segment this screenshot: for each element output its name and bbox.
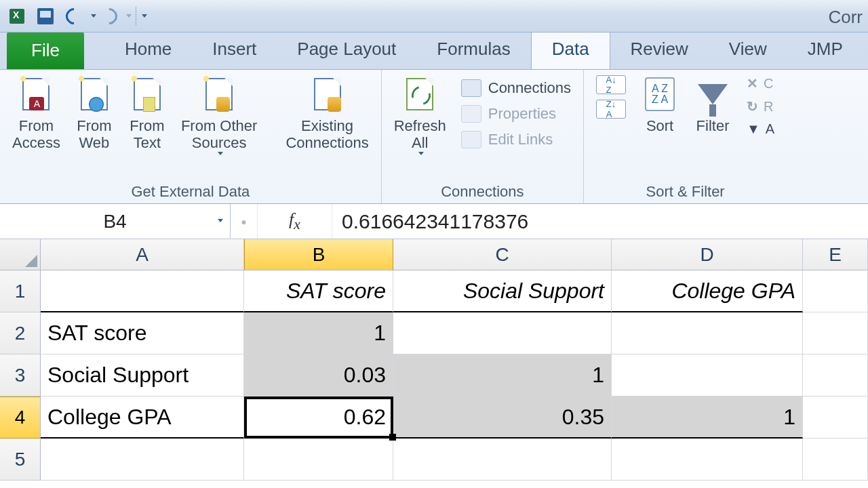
from-other-sources-button[interactable]: From Other Sources [181, 75, 257, 155]
cell-D4[interactable]: 1 [612, 396, 803, 439]
redo-dropdown[interactable] [126, 14, 132, 18]
cell-A3[interactable]: Social Support [41, 354, 244, 396]
col-header-A[interactable]: A [41, 239, 244, 270]
cell-C5[interactable] [393, 439, 612, 481]
edit-links-button: Edit Links [461, 127, 571, 152]
clear-icon: ✕ [747, 75, 758, 92]
col-header-C[interactable]: C [393, 239, 612, 270]
cell-A1[interactable] [41, 270, 244, 312]
cell-E4[interactable] [803, 396, 868, 439]
sort-label: Sort [646, 117, 673, 134]
save-icon [37, 8, 54, 24]
formula-input[interactable]: 0.616642341178376 [332, 204, 868, 239]
tab-formulas[interactable]: Formulas [416, 30, 530, 69]
filter-button[interactable]: Filter [694, 75, 732, 134]
select-all-corner[interactable] [0, 239, 41, 270]
tab-home[interactable]: Home [104, 30, 192, 69]
properties-icon [461, 105, 481, 123]
cell-E2[interactable] [803, 312, 868, 354]
advanced-icon: ▼ [747, 121, 760, 137]
tab-insert[interactable]: Insert [192, 30, 277, 69]
filter-label: Filter [696, 117, 730, 134]
from-access-button[interactable]: A From Access [12, 75, 60, 152]
from-web-button[interactable]: From Web [75, 75, 113, 152]
cell-A2[interactable]: SAT score [41, 312, 244, 354]
col-header-D[interactable]: D [612, 239, 803, 270]
undo-button[interactable] [61, 3, 87, 29]
cell-B2[interactable]: 1 [244, 312, 393, 354]
save-button[interactable] [33, 3, 58, 29]
tab-data[interactable]: Data [531, 30, 610, 69]
undo-icon [62, 5, 85, 28]
name-box[interactable]: B4 [0, 204, 231, 239]
cell-E3[interactable] [803, 354, 868, 396]
cell-B1[interactable]: SAT score [244, 270, 393, 312]
row-header-1[interactable]: 1 [0, 270, 41, 312]
formula-value: 0.616642341178376 [342, 210, 528, 233]
sort-asc-button[interactable]: A↓Z [596, 75, 626, 94]
sort-asc-desc: A↓Z Z↓A [596, 75, 626, 119]
qat-separator [136, 7, 136, 26]
cell-D2[interactable] [612, 312, 803, 354]
qat-customize[interactable] [142, 14, 147, 18]
advanced-button[interactable]: ▼A [747, 121, 774, 137]
group-connections: Refresh All Connections Properties Edit … [382, 70, 584, 203]
from-text-button[interactable]: From Text [128, 75, 166, 152]
row-header-4[interactable]: 4 [0, 396, 41, 439]
undo-dropdown[interactable] [91, 14, 96, 18]
redo-icon [98, 5, 121, 28]
cell-A5[interactable] [41, 439, 244, 481]
cell-C4[interactable]: 0.35 [393, 396, 612, 439]
tab-view[interactable]: View [709, 30, 787, 69]
group-get-external-data: A From Access From Web From Text From Ot… [0, 70, 382, 203]
row-header-2[interactable]: 2 [0, 312, 41, 354]
redo-button[interactable] [96, 3, 122, 29]
tab-jmp[interactable]: JMP [787, 30, 863, 69]
row-header-5[interactable]: 5 [0, 439, 41, 481]
properties-button: Properties [461, 101, 571, 127]
row-header-3[interactable]: 3 [0, 354, 41, 396]
cell-D5[interactable] [612, 439, 803, 481]
cell-C2[interactable] [393, 312, 612, 354]
cell-D1[interactable]: College GPA [612, 270, 803, 312]
cell-A4[interactable]: College GPA [41, 396, 244, 439]
cell-E1[interactable] [803, 270, 868, 312]
tab-review[interactable]: Review [610, 30, 709, 69]
col-header-E[interactable]: E [803, 239, 868, 270]
cell-B4[interactable]: 0.62 [244, 396, 393, 439]
sort-button[interactable]: A ZZ A Sort [641, 75, 679, 134]
fx-label[interactable]: fx [258, 204, 332, 239]
connections-button[interactable]: Connections [461, 75, 571, 101]
clear-filter-button: ✕C [747, 75, 774, 92]
ribbon-tabs: File Home Insert Page Layout Formulas Da… [0, 33, 868, 70]
funnel-icon [698, 84, 728, 104]
group-sort-filter: A↓Z Z↓A A ZZ A Sort Filter ✕C ↻R ▼A Sort… [584, 70, 787, 203]
group-label-sort-filter: Sort & Filter [646, 180, 725, 201]
name-box-value: B4 [103, 211, 126, 232]
refresh-all-button[interactable]: Refresh All [394, 75, 446, 155]
cancel-formula-button: ● [231, 204, 258, 239]
cell-E5[interactable] [803, 439, 868, 481]
cell-C3[interactable]: 1 [393, 354, 612, 396]
from-text-label: From Text [130, 117, 164, 152]
tab-file[interactable]: File [7, 32, 84, 69]
existing-connections-label: Existing Connections [285, 117, 368, 152]
cell-D3[interactable] [612, 354, 803, 396]
from-access-label: From Access [12, 117, 60, 152]
cell-B5[interactable] [244, 439, 393, 481]
tab-page-layout[interactable]: Page Layout [277, 30, 416, 69]
group-label-connections: Connections [441, 180, 524, 201]
edit-links-icon [461, 131, 481, 148]
cell-C1[interactable]: Social Support [393, 270, 612, 312]
title-bar: Corr [0, 0, 868, 33]
sort-desc-button[interactable]: Z↓A [596, 100, 626, 119]
col-header-B[interactable]: B [244, 239, 393, 270]
excel-app-icon[interactable] [4, 3, 30, 29]
cell-B3[interactable]: 0.03 [244, 354, 393, 396]
refresh-all-label: Refresh All [394, 117, 446, 152]
existing-connections-button[interactable]: Existing Connections [285, 75, 368, 152]
name-box-dropdown-icon[interactable] [218, 219, 223, 222]
formula-bar: B4 ● fx 0.616642341178376 [0, 204, 868, 239]
ribbon: A From Access From Web From Text From Ot… [0, 70, 868, 204]
window-title: Corr [828, 7, 863, 28]
